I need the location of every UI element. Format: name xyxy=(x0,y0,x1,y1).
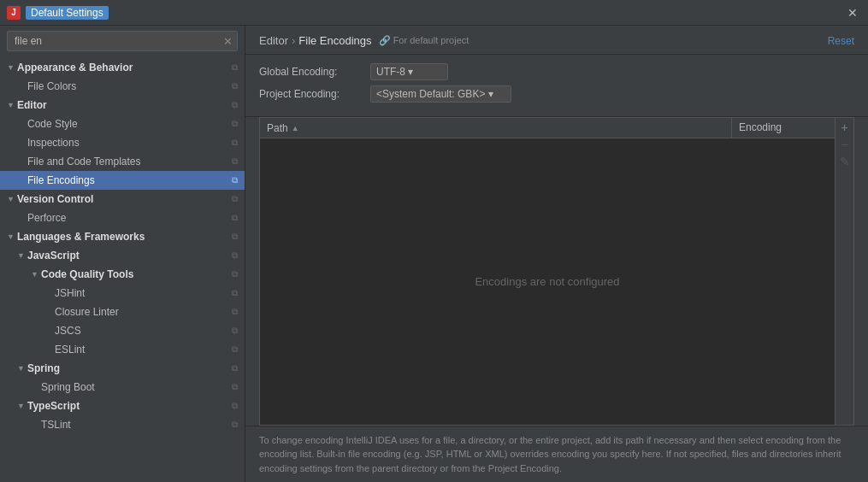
app-icon: J xyxy=(7,6,21,20)
copy-icon: ⧉ xyxy=(232,100,238,110)
copy-icon: ⧉ xyxy=(232,81,238,91)
copy-icon: ⧉ xyxy=(232,156,238,167)
expand-arrow: ▼ xyxy=(7,195,17,203)
project-encoding-select[interactable]: <System Default: GBK> ▾ UTF-8 xyxy=(370,85,511,103)
settings-window: J Default Settings ✕ ✕ ▼ Appearance & Be… xyxy=(0,0,868,482)
sidebar-item-jscs[interactable]: JSCS ⧉ xyxy=(0,321,245,340)
copy-icon: ⧉ xyxy=(232,401,238,411)
table-action-sidebar: + − ✎ xyxy=(835,118,853,425)
copy-icon: ⧉ xyxy=(232,213,238,223)
copy-icon: ⧉ xyxy=(232,232,238,242)
title-bar: J Default Settings ✕ xyxy=(0,0,868,26)
project-encoding-row: Project Encoding: <System Default: GBK> … xyxy=(259,85,854,103)
sidebar-item-spring-boot[interactable]: Spring Boot ⧉ xyxy=(0,378,245,397)
remove-encoding-button[interactable]: − xyxy=(837,137,853,152)
sidebar-item-version-control[interactable]: ▼ Version Control ⧉ xyxy=(0,190,245,209)
reset-button[interactable]: Reset xyxy=(828,35,854,47)
sidebar-item-editor[interactable]: ▼ Editor ⧉ xyxy=(0,96,245,115)
sidebar-item-inspections[interactable]: Inspections ⧉ xyxy=(0,133,245,152)
encoding-form: Global Encoding: UTF-8 ▾ UTF-16 ISO-8859… xyxy=(245,55,868,117)
table-body: Encodings are not configured xyxy=(260,138,835,425)
main-header: Editor › File Encodings 🔗 For default pr… xyxy=(245,26,868,55)
encoding-table-area: Path ▲ Encoding Encodings are not config… xyxy=(259,117,854,426)
sidebar-item-jshint[interactable]: JSHint ⧉ xyxy=(0,284,245,303)
search-box: ✕ xyxy=(7,31,238,51)
window-title: Default Settings xyxy=(26,6,109,20)
sidebar-item-closure-linter[interactable]: Closure Linter ⧉ xyxy=(0,303,245,321)
copy-icon: ⧉ xyxy=(232,269,238,279)
search-clear-icon[interactable]: ✕ xyxy=(223,35,233,48)
project-encoding-select-wrapper: <System Default: GBK> ▾ UTF-8 xyxy=(370,85,511,103)
copy-icon: ⧉ xyxy=(232,250,238,261)
project-encoding-label: Project Encoding: xyxy=(259,88,370,100)
sidebar-item-javascript[interactable]: ▼ JavaScript ⧉ xyxy=(0,246,245,265)
sidebar-item-file-encodings[interactable]: File Encodings ⧉ xyxy=(0,171,245,190)
edit-encoding-button[interactable]: ✎ xyxy=(837,154,853,169)
copy-icon: ⧉ xyxy=(232,307,238,317)
sidebar-item-code-style[interactable]: Code Style ⧉ xyxy=(0,115,245,133)
global-encoding-label: Global Encoding: xyxy=(259,66,370,78)
breadcrumb-parent: Editor xyxy=(259,34,288,47)
copy-icon: ⧉ xyxy=(232,62,238,73)
global-encoding-row: Global Encoding: UTF-8 ▾ UTF-16 ISO-8859… xyxy=(259,63,854,80)
sidebar: ✕ ▼ Appearance & Behavior ⧉ File Colors … xyxy=(0,26,245,482)
search-input[interactable] xyxy=(7,31,238,51)
empty-message: Encodings are not configured xyxy=(475,275,619,288)
info-text: To change encoding IntelliJ IDEA uses fo… xyxy=(245,426,868,483)
sidebar-item-typescript[interactable]: ▼ TypeScript ⧉ xyxy=(0,397,245,415)
expand-arrow: ▼ xyxy=(17,402,27,410)
add-encoding-button[interactable]: + xyxy=(837,120,853,135)
copy-icon: ⧉ xyxy=(232,344,238,355)
copy-icon: ⧉ xyxy=(232,420,238,430)
copy-icon: ⧉ xyxy=(232,119,238,129)
expand-arrow: ▼ xyxy=(7,232,17,241)
table-header: Path ▲ Encoding xyxy=(260,118,835,138)
sidebar-item-perforce[interactable]: Perforce ⧉ xyxy=(0,209,245,227)
expand-arrow: ▼ xyxy=(17,364,27,373)
expand-arrow: ▼ xyxy=(7,63,17,72)
table-main: Path ▲ Encoding Encodings are not config… xyxy=(260,118,835,425)
sidebar-item-code-quality-tools[interactable]: ▼ Code Quality Tools ⧉ xyxy=(0,265,245,284)
global-encoding-select-wrapper: UTF-8 ▾ UTF-16 ISO-8859-1 xyxy=(370,63,448,80)
copy-icon: ⧉ xyxy=(232,138,238,148)
sidebar-item-tslint[interactable]: TSLint ⧉ xyxy=(0,415,245,434)
sidebar-item-file-and-code-templates[interactable]: File and Code Templates ⧉ xyxy=(0,152,245,171)
sidebar-tree: ▼ Appearance & Behavior ⧉ File Colors ⧉ … xyxy=(0,56,245,482)
sidebar-item-file-colors[interactable]: File Colors ⧉ xyxy=(0,77,245,96)
breadcrumb: Editor › File Encodings 🔗 For default pr… xyxy=(259,34,828,47)
main-panel: Editor › File Encodings 🔗 For default pr… xyxy=(245,26,868,482)
expand-arrow: ▼ xyxy=(7,101,17,109)
sidebar-item-eslint[interactable]: ESLint ⧉ xyxy=(0,340,245,359)
copy-icon: ⧉ xyxy=(232,288,238,298)
copy-icon: ⧉ xyxy=(232,175,238,185)
expand-arrow: ▼ xyxy=(17,251,27,260)
close-button[interactable]: ✕ xyxy=(844,6,861,20)
copy-icon: ⧉ xyxy=(232,382,238,392)
copy-icon: ⧉ xyxy=(232,326,238,336)
sidebar-item-spring[interactable]: ▼ Spring ⧉ xyxy=(0,359,245,378)
sidebar-item-languages-frameworks[interactable]: ▼ Languages & Frameworks ⧉ xyxy=(0,227,245,246)
breadcrumb-current: File Encodings xyxy=(298,34,371,47)
copy-icon: ⧉ xyxy=(232,194,238,204)
main-content: ✕ ▼ Appearance & Behavior ⧉ File Colors … xyxy=(0,26,868,482)
encoding-column-header: Encoding xyxy=(732,118,835,138)
sort-arrow-icon: ▲ xyxy=(292,124,299,132)
copy-icon: ⧉ xyxy=(232,363,238,373)
breadcrumb-note: 🔗 For default project xyxy=(379,35,469,46)
sidebar-item-appearance-behavior[interactable]: ▼ Appearance & Behavior ⧉ xyxy=(0,58,245,77)
breadcrumb-separator: › xyxy=(292,34,295,47)
expand-arrow: ▼ xyxy=(31,270,41,279)
path-column-header: Path ▲ xyxy=(260,118,732,138)
global-encoding-select[interactable]: UTF-8 ▾ UTF-16 ISO-8859-1 xyxy=(370,63,448,80)
